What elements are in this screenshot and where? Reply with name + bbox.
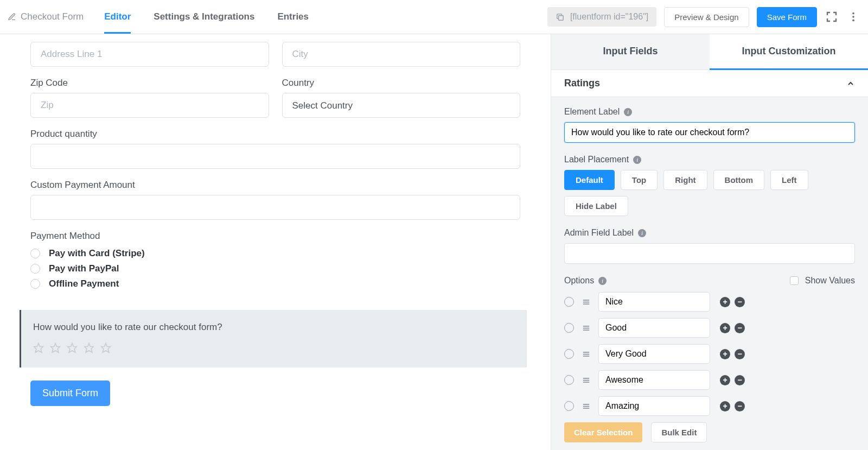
option-value-input[interactable] <box>598 292 710 312</box>
add-option-icon[interactable]: + <box>720 375 730 385</box>
remove-option-icon[interactable]: − <box>735 401 745 411</box>
pay-card-radio[interactable]: Pay with Card (Stripe) <box>30 248 520 259</box>
remove-option-icon[interactable]: − <box>735 297 745 307</box>
option-value-input[interactable] <box>598 344 710 364</box>
info-icon[interactable]: i <box>598 277 607 285</box>
option-default-radio[interactable] <box>564 323 574 333</box>
drag-handle-icon[interactable] <box>582 376 591 385</box>
option-default-radio[interactable] <box>564 401 574 411</box>
copy-icon <box>556 12 565 22</box>
star-icon[interactable] <box>33 343 44 353</box>
element-label-input[interactable] <box>564 122 855 143</box>
clear-selection-button[interactable]: Clear Selection <box>564 422 642 442</box>
ratings-title: Ratings <box>564 78 600 89</box>
selected-rating-block[interactable]: How would you like to rate our checkout … <box>20 310 527 367</box>
svg-marker-6 <box>68 344 77 353</box>
product-quantity-label: Product quantity <box>30 129 520 140</box>
page-title: Checkout Form <box>8 11 84 22</box>
option-row: + − <box>564 344 855 364</box>
placement-default[interactable]: Default <box>564 170 615 190</box>
radio-icon <box>30 249 40 258</box>
tab-editor[interactable]: Editor <box>104 1 131 34</box>
pencil-icon <box>8 12 16 21</box>
svg-marker-7 <box>85 344 94 353</box>
svg-marker-4 <box>34 344 43 353</box>
payment-method-label: Payment Method <box>30 231 520 242</box>
tab-entries[interactable]: Entries <box>277 1 309 34</box>
star-icon[interactable] <box>50 343 61 353</box>
tab-settings[interactable]: Settings & Integrations <box>154 1 254 34</box>
drag-handle-icon[interactable] <box>582 402 591 411</box>
form-title: Checkout Form <box>21 11 84 22</box>
options-label: Options i <box>564 276 607 286</box>
admin-field-label-input[interactable] <box>564 243 855 264</box>
placement-right[interactable]: Right <box>663 170 707 190</box>
remove-option-icon[interactable]: − <box>735 323 745 333</box>
rating-question: How would you like to rate our checkout … <box>33 322 515 333</box>
drag-handle-icon[interactable] <box>582 350 591 359</box>
svg-point-1 <box>852 12 854 15</box>
submit-button[interactable]: Submit Form <box>30 381 110 406</box>
star-icon[interactable] <box>67 343 78 353</box>
label-placement-label: Label Placement i <box>564 155 855 164</box>
ratings-section-header[interactable]: Ratings <box>551 70 868 97</box>
tab-input-fields[interactable]: Input Fields <box>551 34 710 70</box>
shortcode-text: [fluentform id="196"] <box>570 12 648 22</box>
city-input[interactable] <box>282 42 521 67</box>
option-default-radio[interactable] <box>564 349 574 359</box>
save-form-button[interactable]: Save Form <box>757 7 817 27</box>
drag-handle-icon[interactable] <box>582 297 591 307</box>
option-value-input[interactable] <box>598 370 710 390</box>
form-canvas: Zip Code Country Select Country Product … <box>0 34 551 450</box>
pay-paypal-radio[interactable]: Pay with PayPal <box>30 263 520 274</box>
radio-icon <box>30 279 40 289</box>
svg-point-2 <box>852 16 854 18</box>
placement-hide[interactable]: Hide Label <box>564 196 628 216</box>
placement-bottom[interactable]: Bottom <box>713 170 765 190</box>
country-label: Country <box>282 78 521 88</box>
pay-paypal-label: Pay with PayPal <box>49 263 119 274</box>
preview-design-button[interactable]: Preview & Design <box>664 7 749 27</box>
star-icon[interactable] <box>84 343 94 353</box>
element-label-label: Element Label i <box>564 107 855 117</box>
add-option-icon[interactable]: + <box>720 401 730 411</box>
pay-offline-radio[interactable]: Offline Payment <box>30 278 520 289</box>
option-row: + − <box>564 396 855 416</box>
bulk-edit-button[interactable]: Bulk Edit <box>651 422 707 442</box>
drag-handle-icon[interactable] <box>582 324 591 333</box>
option-row: + − <box>564 292 855 312</box>
pay-card-label: Pay with Card (Stripe) <box>49 248 145 259</box>
option-value-input[interactable] <box>598 396 710 416</box>
fullscreen-icon[interactable] <box>825 10 839 24</box>
option-default-radio[interactable] <box>564 375 574 385</box>
admin-field-label-label: Admin Field Label i <box>564 228 855 238</box>
rating-stars[interactable] <box>33 343 515 353</box>
add-option-icon[interactable]: + <box>720 323 730 333</box>
shortcode-chip[interactable]: [fluentform id="196"] <box>547 7 656 27</box>
star-icon[interactable] <box>100 343 111 353</box>
option-value-input[interactable] <box>598 318 710 338</box>
remove-option-icon[interactable]: − <box>735 375 745 385</box>
svg-marker-8 <box>101 344 111 353</box>
show-values-label: Show Values <box>805 276 855 286</box>
info-icon[interactable]: i <box>624 108 632 116</box>
placement-left[interactable]: Left <box>770 170 808 190</box>
info-icon[interactable]: i <box>633 156 641 164</box>
custom-payment-input[interactable] <box>30 195 520 220</box>
placement-top[interactable]: Top <box>621 170 658 190</box>
add-option-icon[interactable]: + <box>720 297 730 307</box>
product-quantity-input[interactable] <box>30 144 520 169</box>
zip-code-input[interactable] <box>30 93 269 118</box>
zip-code-label: Zip Code <box>30 78 269 88</box>
tab-input-customization[interactable]: Input Customization <box>710 34 868 70</box>
add-option-icon[interactable]: + <box>720 349 730 359</box>
svg-rect-0 <box>559 15 564 20</box>
option-default-radio[interactable] <box>564 297 574 307</box>
show-values-checkbox[interactable]: Show Values <box>790 276 855 286</box>
custom-payment-label: Custom Payment Amount <box>30 180 520 191</box>
country-select[interactable]: Select Country <box>282 93 521 118</box>
remove-option-icon[interactable]: − <box>735 349 745 359</box>
address-line-1-input[interactable] <box>30 42 269 67</box>
info-icon[interactable]: i <box>638 229 646 237</box>
more-menu-icon[interactable] <box>846 10 860 24</box>
